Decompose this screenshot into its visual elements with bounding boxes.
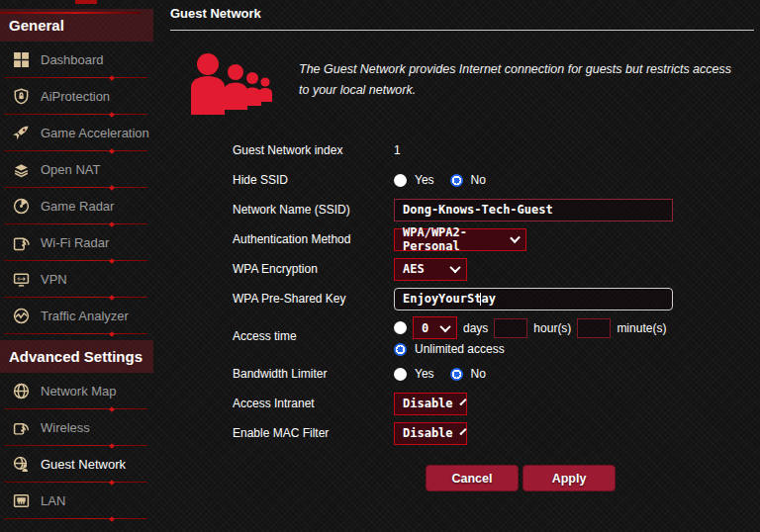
rocket-icon [13,125,30,141]
guest-network-form: Guest Network index 1 Hide SSID Yes No N… [233,135,760,491]
page-title: Guest Network [170,6,760,21]
unlimited-access-radio[interactable] [394,343,407,356]
sidebar-item-network-map[interactable]: Network Map [0,373,153,409]
sidebar-item-game-radar[interactable]: Game Radar [0,188,153,224]
auth-method-dropdown[interactable]: WPA/WPA2-Personal [394,228,526,251]
sidebar-item-label: Open NAT [41,162,100,177]
wpa-encryption-dropdown[interactable]: AES [394,258,467,281]
hours-label: hour(s) [533,321,571,335]
apply-button[interactable]: Apply [522,465,616,491]
dropdown-value: Disable [403,426,453,440]
guests-silhouette-icon [186,51,277,119]
days-label: days [463,321,488,335]
row-wpa-psk: WPA Pre-Shared Key [233,284,760,313]
sidebar-item-label: VPN [41,272,67,287]
days-dropdown[interactable]: 0 [413,316,457,339]
form-actions: Cancel Apply [426,465,760,491]
wireless-signal-icon [13,419,30,436]
radar-icon [13,198,30,215]
sidebar-item-guest-network[interactable]: Guest Network [0,446,153,483]
chevron-down-icon [459,399,466,405]
row-access-time: Access time 0 days hour(s) minute(s) [233,313,760,359]
dropdown-value: Disable [403,397,453,410]
row-auth-method: Authentication Method WPA/WPA2-Personal [233,224,760,254]
row-mac-filter: Enable MAC Filter Disable [233,418,760,448]
row-bandwidth-limiter: Bandwidth Limiter Yes No [233,359,760,389]
minutes-input[interactable] [577,318,611,338]
field-label: Bandwidth Limiter [233,367,394,381]
top-divider [0,12,141,14]
row-network-name: Network Name (SSID) [233,195,760,224]
field-label: Access Intranet [233,397,394,410]
vpn-monitor-icon [13,271,30,288]
shield-lock-icon [13,88,30,105]
dropdown-value: AES [403,262,425,276]
sidebar-item-label: Game Acceleration [41,126,149,140]
hide-ssid-no-radio[interactable] [450,174,463,187]
row-wpa-encryption: WPA Encryption AES [233,254,760,284]
cancel-button[interactable]: Cancel [426,465,519,491]
section-title: General [9,17,64,34]
chevron-down-icon [510,232,521,243]
sidebar-item-vpn[interactable]: VPN [0,261,153,298]
sidebar-item-label: Dashboard [41,52,104,67]
sidebar-item-wifi-radar[interactable]: Wi-Fi Radar [0,224,153,261]
intro-description: The Guest Network provides Internet conn… [299,59,732,102]
sidebar-item-label: Traffic Analyzer [41,309,129,323]
radio-label: No [471,173,486,187]
chevron-down-icon [459,428,466,435]
unlimited-access-label: Unlimited access [415,342,505,356]
field-label: WPA Pre-Shared Key [233,292,394,306]
chevron-down-icon [449,262,460,273]
field-label: Network Name (SSID) [233,203,394,217]
dropdown-value: 0 [422,321,428,335]
sidebar: General Dashboard AiProtection Game Acce… [0,0,153,532]
sidebar-item-traffic-analyzer[interactable]: Traffic Analyzer [0,298,153,334]
text-caret [480,293,481,306]
sidebar-item-aiprotection[interactable]: AiProtection [0,78,153,115]
bandwidth-limiter-yes-radio[interactable] [394,368,407,381]
ethernet-port-icon [13,492,30,509]
field-label: Guest Network index [233,143,394,157]
access-time-limited-radio[interactable] [394,321,407,334]
bandwidth-limiter-no-radio[interactable] [450,368,463,381]
section-header-advanced-settings: Advanced Settings [0,340,153,373]
sidebar-item-wireless[interactable]: Wireless [0,409,153,446]
main-content: Guest Network The Guest Network provides… [153,0,760,532]
mac-filter-dropdown[interactable]: Disable [394,422,467,445]
globe-icon [13,383,30,399]
ssid-input[interactable] [394,199,673,222]
wifi-radar-icon [13,234,30,251]
dropdown-value: WPA/WPA2-Personal [403,225,503,253]
sidebar-item-game-acceleration[interactable]: Game Acceleration [0,115,153,151]
top-red-fragment [75,0,97,4]
sidebar-item-label: Network Map [41,384,117,399]
field-label: Access time [233,329,394,343]
radio-label: Yes [415,367,434,381]
row-guest-network-index: Guest Network index 1 [233,135,760,165]
sidebar-item-label: LAN [41,493,65,508]
hours-input[interactable] [494,318,527,338]
sidebar-item-open-nat[interactable]: Open NAT [0,151,153,188]
access-intranet-dropdown[interactable]: Disable [394,393,467,415]
sidebar-item-dashboard[interactable]: Dashboard [0,42,153,78]
sidebar-item-label: Guest Network [41,457,126,472]
row-access-intranet: Access Intranet Disable [233,389,760,418]
psk-input[interactable] [394,288,673,310]
chevron-down-icon [439,320,450,331]
console-stack-icon [13,161,30,178]
section-title: Advanced Settings [9,348,142,365]
sidebar-item-lan[interactable]: LAN [0,483,153,519]
minutes-label: minute(s) [617,321,666,335]
traffic-gauge-icon [13,308,30,324]
sidebar-item-label: Wireless [41,420,90,435]
row-hide-ssid: Hide SSID Yes No [233,165,760,195]
hide-ssid-yes-radio[interactable] [394,174,407,187]
dashboard-grid-icon [13,51,30,68]
guest-network-index-value: 1 [394,143,401,157]
sidebar-item-label: Wi-Fi Radar [41,235,109,250]
guest-globe-icon [13,456,30,473]
field-label: WPA Encryption [233,262,394,276]
field-label: Authentication Method [233,232,394,246]
field-label: Enable MAC Filter [233,426,394,440]
